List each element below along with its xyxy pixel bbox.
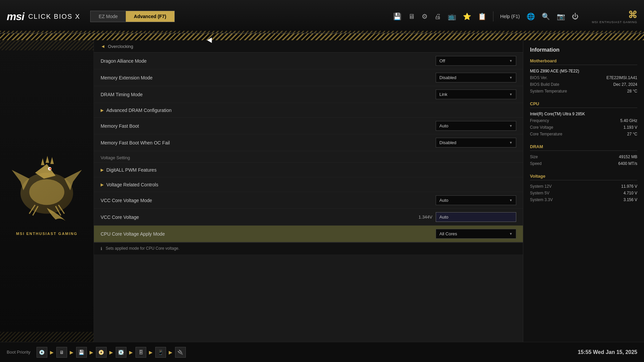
exit-icon[interactable]: ⏻ xyxy=(572,13,579,20)
back-icon[interactable]: ◄ xyxy=(101,44,105,49)
bios-date-row: BIOS Build Date Dec 27, 2024 xyxy=(530,81,637,88)
boot-arrow-1: ▶ xyxy=(50,350,54,355)
settings-list: Dragon Alliance Mode Off ▼ Memory Extens… xyxy=(94,53,523,254)
boot-device-8[interactable]: 🔌 xyxy=(175,347,186,358)
expand-arrow-dram: ▶ xyxy=(101,108,104,113)
dram-size-row: Size 49152 MB xyxy=(530,154,637,160)
dropdown-arrow-2: ▼ xyxy=(509,76,513,79)
dram-timing-label: DRAM Timing Mode xyxy=(101,92,436,97)
motherboard-model: MEG Z890 ACE (MS-7E22) xyxy=(530,69,579,73)
fan-icon[interactable]: ⚙ xyxy=(422,12,428,20)
vcc-core-voltage-label: VCC Core Voltage xyxy=(101,215,419,220)
memory-fast-boot-label: Memory Fast Boot xyxy=(101,123,436,129)
cpu-freq-value: 5.40 GHz xyxy=(620,118,637,123)
setting-memory-fast-boot[interactable]: Memory Fast Boot Auto ▼ xyxy=(94,118,523,134)
dram-timing-dropdown[interactable]: Link ▼ xyxy=(436,89,516,99)
core-temp-value: 27 °C xyxy=(627,132,637,136)
vcc-core-voltage-input[interactable]: Auto xyxy=(436,212,516,222)
save-icon[interactable]: 💾 xyxy=(393,12,401,20)
setting-dram-timing[interactable]: DRAM Timing Mode Link ▼ xyxy=(94,86,523,103)
sidebar: MSI ENTHUSIAST GAMING xyxy=(0,40,94,342)
dropdown-arrow-3: ▼ xyxy=(509,93,513,96)
display-icon[interactable]: 📺 xyxy=(448,12,456,20)
memory-extension-value: Disabled xyxy=(439,75,457,80)
core-temp-label: Core Temperature xyxy=(530,132,562,136)
cpu-core-apply-dropdown[interactable]: All Cores ▼ xyxy=(436,229,516,239)
mode-buttons: EZ Mode Advanced (F7) xyxy=(90,11,174,22)
content-area[interactable]: ◄ Overclocking Dragon Alliance Mode Off … xyxy=(94,40,523,342)
bookmark-icon[interactable]: ⭐ xyxy=(463,12,471,20)
bios-date-label: BIOS Build Date xyxy=(530,82,559,87)
setting-digitall-pwm[interactable]: ▶ DigitALL PWM Features xyxy=(94,163,523,177)
digitall-pwm-label: ▶ DigitALL PWM Features xyxy=(101,167,516,173)
breadcrumb[interactable]: ◄ Overclocking xyxy=(94,40,523,53)
setting-memory-extension[interactable]: Memory Extension Mode Disabled ▼ xyxy=(94,69,523,86)
memory-fast-boot-value: Auto xyxy=(439,123,448,128)
info-icon: ℹ xyxy=(101,246,102,251)
cpu-icon[interactable]: 🖥 xyxy=(408,13,415,20)
voltage-title: Voltage xyxy=(530,174,637,180)
boot-arrow-7: ▶ xyxy=(169,350,172,355)
dram-size-label: Size xyxy=(530,155,538,159)
memory-extension-dropdown[interactable]: Disabled ▼ xyxy=(436,73,516,82)
boot-device-4[interactable]: 📀 xyxy=(96,347,107,358)
msi-brand-icon: ⌘ xyxy=(628,9,637,20)
language-icon[interactable]: 🌐 xyxy=(527,12,535,20)
dropdown-arrow-6: ▼ xyxy=(509,198,513,202)
cpu-model-row: Intel(R) Core(TM) Ultra 9 285K xyxy=(530,111,637,117)
boot-device-7[interactable]: 📱 xyxy=(155,347,166,358)
v5-row: System 5V 4.710 V xyxy=(530,190,637,196)
boot-device-3[interactable]: 💾 xyxy=(76,347,87,358)
dragon-alliance-dropdown[interactable]: Off ▼ xyxy=(436,56,516,66)
dram-speed-value: 6400 MT/s xyxy=(618,161,637,166)
click-bios-label: CLICK BIOS X xyxy=(28,13,80,20)
dram-size-value: 49152 MB xyxy=(619,155,637,159)
setting-voltage-related[interactable]: ▶ Voltage Related Controls xyxy=(94,177,523,192)
setting-advanced-dram[interactable]: ▶ Advanced DRAM Configuration xyxy=(94,103,523,118)
boot-device-6[interactable]: 🗄 xyxy=(136,347,146,358)
boot-icon-5: 💽 xyxy=(116,347,126,358)
v12-label: System 12V xyxy=(530,184,552,189)
memory-fast-boot-oc-dropdown[interactable]: Disabled ▼ xyxy=(436,138,516,147)
info-panel-title: Information xyxy=(530,47,637,53)
cpu-title: CPU xyxy=(530,101,637,108)
header-stripe xyxy=(0,31,644,33)
vcc-core-mode-dropdown[interactable]: Auto ▼ xyxy=(436,195,516,205)
sidebar-brand-text: MSI ENTHUSIAST GAMING xyxy=(16,232,77,236)
sidebar-stripes-bottom xyxy=(0,332,94,342)
memory-fast-boot-dropdown[interactable]: Auto ▼ xyxy=(436,121,516,131)
v5-value: 4.710 V xyxy=(624,191,637,195)
v33-value: 3.156 V xyxy=(624,197,637,202)
setting-vcc-core-mode[interactable]: VCC Core Voltage Mode Auto ▼ xyxy=(94,192,523,209)
setting-cpu-core-apply[interactable]: CPU Core Voltage Apply Mode All Cores ▼ xyxy=(94,226,523,242)
setting-memory-fast-boot-oc[interactable]: Memory Fast Boot When OC Fail Disabled ▼ xyxy=(94,134,523,151)
setting-dragon-alliance[interactable]: Dragon Alliance Mode Off ▼ xyxy=(94,53,523,69)
dropdown-arrow-4: ▼ xyxy=(509,124,513,128)
dram-speed-row: Speed 6400 MT/s xyxy=(530,160,637,167)
ez-mode-button[interactable]: EZ Mode xyxy=(91,11,126,22)
boot-device-2[interactable]: 🖥 xyxy=(56,347,67,358)
monitor-icon[interactable]: 🖨 xyxy=(434,13,441,20)
v33-label: System 3.3V xyxy=(530,197,553,202)
setting-vcc-core-voltage[interactable]: VCC Core Voltage 1.344V Auto xyxy=(94,209,523,226)
profile-icon[interactable]: 📋 xyxy=(478,12,486,20)
memory-fast-boot-oc-label: Memory Fast Boot When OC Fail xyxy=(101,140,436,145)
boot-icon-1: 💿 xyxy=(37,347,47,358)
bios-date-value: Dec 27, 2024 xyxy=(613,82,637,87)
v33-row: System 3.3V 3.156 V xyxy=(530,196,637,203)
dropdown-arrow-7: ▼ xyxy=(509,232,513,236)
help-label[interactable]: Help (F1) xyxy=(500,14,520,19)
digitall-pwm-text: DigitALL PWM Features xyxy=(106,167,157,173)
bios-ver-row: BIOS Ver. E7E22IMSI.1A41 xyxy=(530,74,637,81)
screenshot-icon[interactable]: 📷 xyxy=(557,12,565,20)
search-icon[interactable]: 🔍 xyxy=(542,12,550,20)
boot-device-1[interactable]: 💿 xyxy=(37,347,47,358)
boot-icon-7: 📱 xyxy=(155,347,166,358)
boot-device-5[interactable]: 💽 xyxy=(116,347,126,358)
dropdown-arrow-5: ▼ xyxy=(509,141,513,144)
cpu-core-apply-value: All Cores xyxy=(439,231,457,236)
bios-ver-label: BIOS Ver. xyxy=(530,75,548,80)
boot-arrow-4: ▶ xyxy=(109,350,113,355)
advanced-mode-button[interactable]: Advanced (F7) xyxy=(126,11,174,22)
core-volt-row: Core Voltage 1.193 V xyxy=(530,124,637,131)
